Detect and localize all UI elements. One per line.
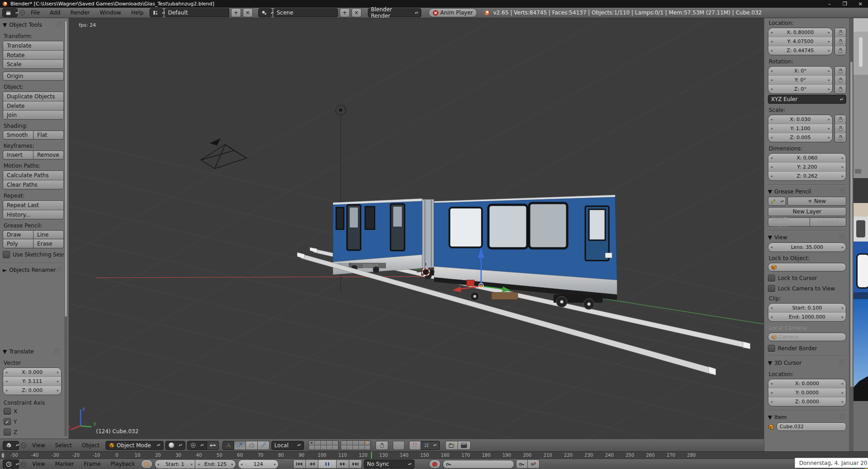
rotation-y-field[interactable]: ◂Y: 0°▸ [768, 75, 832, 84]
lock-icon-button[interactable] [835, 28, 846, 37]
decrement-icon[interactable]: ◂ [5, 388, 7, 392]
origin-button[interactable]: Origin [3, 72, 64, 81]
anim-player-button[interactable]: Anim Player [429, 8, 477, 17]
panel-grip[interactable] [57, 21, 63, 28]
layer-cell[interactable] [321, 445, 327, 450]
lock-icon-button[interactable] [835, 67, 846, 75]
layer-cell[interactable] [333, 445, 338, 450]
gp-new-layer-button[interactable]: New Layer [768, 207, 846, 216]
menu-render[interactable]: Render [66, 8, 94, 18]
layer-cell[interactable] [341, 445, 347, 450]
clear-paths-button[interactable]: Clear Paths [3, 180, 63, 189]
menu-select[interactable]: Select [51, 440, 76, 450]
calculate-paths-button[interactable]: Calculate Paths [3, 171, 63, 180]
delete-button[interactable]: Delete [3, 101, 63, 110]
vector-x-field[interactable]: ◂X: 0.000▸ [3, 368, 61, 377]
layer-cell[interactable] [359, 441, 365, 445]
rotation-mode-select[interactable]: XYZ Euler ▴▾ [768, 95, 846, 104]
render-engine-select[interactable]: Blender Render ▴▾ [368, 8, 421, 17]
increment-icon[interactable]: ▸ [57, 370, 59, 374]
decrement-icon[interactable]: ◂ [5, 370, 7, 374]
panel-header-translate[interactable]: ▼ Translate [3, 347, 62, 357]
menu-add[interactable]: Add [46, 8, 64, 18]
minimize-button[interactable]: – [822, 0, 837, 8]
menu-view[interactable]: View [28, 459, 49, 469]
transform-orientation-select[interactable]: Local ▴▾ [271, 441, 304, 450]
duplicate-objects-button[interactable]: Duplicate Objects [3, 92, 63, 101]
cursor-z-field[interactable]: ◂Z: 0.0000▸ [768, 397, 846, 406]
proportional-edit-button[interactable] [393, 441, 405, 450]
rotation-z-field[interactable]: ◂Z: 0°▸ [768, 84, 832, 93]
layer-cell[interactable] [309, 445, 315, 450]
panel-grip[interactable] [839, 359, 845, 366]
current-frame-marker[interactable] [371, 452, 372, 459]
decrement-icon[interactable]: ◂ [5, 379, 7, 383]
translate-button[interactable]: Translate [3, 41, 63, 50]
menu-playback[interactable]: Playback [106, 459, 139, 469]
maximize-button[interactable]: ❐ [837, 0, 853, 8]
editor-type-button-info[interactable]: ▴▾ [2, 8, 18, 17]
panel-header-3d-cursor[interactable]: ▼ 3D Cursor [768, 358, 846, 368]
lock-icon-button[interactable] [835, 46, 846, 55]
viewport-3d[interactable]: x y z fps: 24 (124) Cube.032 [69, 18, 764, 439]
vector-z-field[interactable]: ◂Z: 0.000▸ [3, 386, 61, 395]
cursor-y-field[interactable]: ◂Y: 0.0000▸ [768, 388, 846, 397]
insert-keyframe-button[interactable]: Insert [3, 150, 34, 160]
clip-start-field[interactable]: ◂Start: 0.100▸ [768, 304, 846, 312]
cursor-x-field[interactable]: ◂X: 0.0000▸ [768, 379, 846, 388]
remove-keyframe-button[interactable]: Remove [34, 150, 64, 160]
frame-start-field[interactable]: ◂Start: 1▸ [154, 459, 196, 469]
pivot-point-select[interactable]: ▴▾ [187, 441, 207, 450]
next-keyframe-button[interactable] [337, 459, 349, 469]
clip-end-field[interactable]: ◂End: 1000.000▸ [768, 312, 846, 321]
scale-button[interactable]: Scale [3, 59, 63, 68]
previous-keyframe-button[interactable] [306, 459, 318, 469]
opengl-render-anim-button[interactable] [458, 441, 471, 450]
lock-icon-button[interactable] [835, 37, 846, 46]
collapse-menus-icon[interactable] [21, 461, 26, 467]
menu-window[interactable]: Window [96, 8, 125, 18]
scrollbar-thumb[interactable] [850, 61, 853, 387]
sync-mode-select[interactable]: No Sync ▴▾ [364, 459, 415, 469]
dimensions-x-field[interactable]: ◂X: 0.060▸ [768, 154, 846, 162]
increment-icon[interactable]: ▸ [57, 379, 59, 383]
menu-frame[interactable]: Frame [80, 459, 105, 469]
dimensions-z-field[interactable]: ◂Z: 0.262▸ [768, 171, 846, 180]
panel-header-objects-renamer[interactable]: ► Objects Renamer [3, 265, 64, 275]
layer-cell-active[interactable] [309, 441, 315, 445]
layer-cell[interactable] [359, 445, 365, 450]
constraint-x-checkbox[interactable] [4, 408, 11, 415]
gp-delete-frame-button[interactable]: Delete Frame [768, 218, 810, 227]
camera-object[interactable] [201, 138, 246, 169]
manipulator-toggle-button[interactable] [222, 441, 234, 450]
history-button[interactable]: History... [3, 210, 63, 219]
snap-toggle-button[interactable] [409, 441, 421, 450]
layer-cell[interactable] [333, 441, 338, 445]
panel-header-item[interactable]: ▼ Item [768, 412, 846, 422]
lock-to-cursor-checkbox[interactable] [768, 275, 775, 282]
panel-grip[interactable] [57, 266, 63, 273]
join-button[interactable]: Join [3, 110, 63, 119]
scrollbar-thumb[interactable] [64, 20, 68, 317]
manipulate-center-points-toggle[interactable] [207, 441, 219, 450]
lock-icon-button[interactable] [835, 75, 846, 84]
location-y-field[interactable]: ◂Y: 4.07500▸ [768, 37, 832, 46]
layer-cell[interactable] [365, 445, 371, 450]
lock-to-object-field[interactable] [768, 263, 846, 271]
scale-z-field[interactable]: ◂Z: 0.005▸ [768, 133, 832, 142]
menu-help[interactable]: Help [127, 8, 147, 18]
tool-shelf-scrollbar[interactable] [64, 20, 68, 436]
panel-grip[interactable] [839, 188, 845, 194]
jump-to-end-button[interactable] [349, 459, 362, 469]
scale-x-field[interactable]: ◂X: 0.030▸ [768, 115, 832, 124]
auto-keyframe-button[interactable] [429, 459, 441, 469]
manipulator-scale-button[interactable] [258, 441, 270, 450]
delete-scene-button[interactable]: × [352, 8, 362, 17]
increment-icon[interactable]: ▸ [57, 388, 59, 392]
close-button[interactable]: × [853, 0, 868, 8]
editor-type-button-3dview[interactable]: ▴▾ [3, 441, 19, 450]
scene-select[interactable]: Scene [274, 8, 338, 17]
lock-icon-button[interactable] [835, 84, 846, 93]
constraint-z-checkbox[interactable] [4, 429, 11, 436]
layers-grid-right[interactable] [341, 440, 371, 450]
